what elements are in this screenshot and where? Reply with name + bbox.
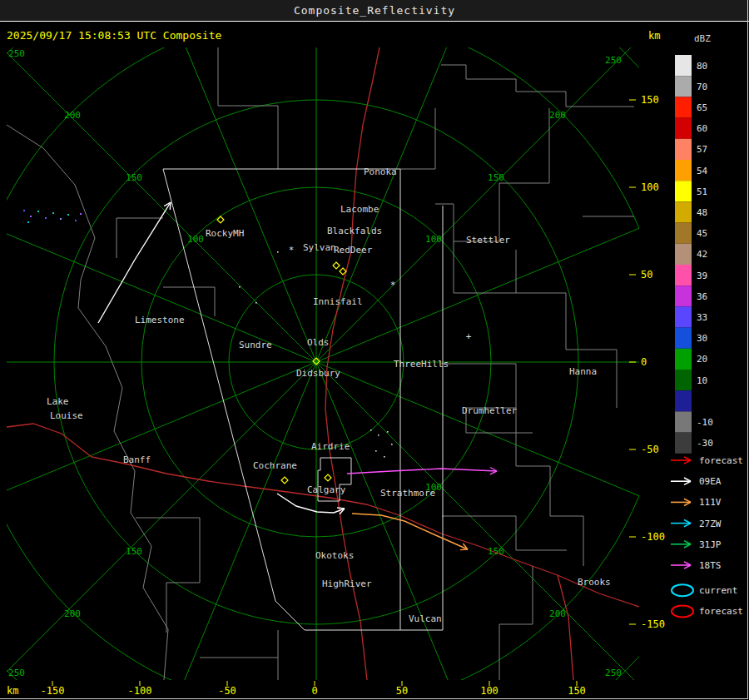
city-label: Cochrane (253, 460, 297, 471)
range-label: 100 (425, 234, 442, 245)
dbz-value-label: 65 (697, 102, 707, 113)
dbz-swatch (675, 328, 692, 349)
dbz-value-label: 57 (697, 144, 707, 155)
legend-track-label: 31JP (699, 539, 722, 550)
legend-track-label: 18TS (699, 560, 722, 571)
dbz-swatch (675, 76, 692, 97)
dbz-value-label: 20 (697, 354, 707, 365)
lightning-speck (30, 216, 32, 217)
range-label: 150 (126, 546, 142, 557)
dbz-swatch (675, 370, 692, 390)
city-label: Okotoks (315, 550, 354, 561)
dbz-value-label: 51 (697, 186, 707, 197)
city-label: Sylvan (303, 242, 336, 253)
canvas-background (0, 0, 749, 700)
dbz-swatch (675, 306, 692, 327)
range-label: 250 (605, 55, 622, 66)
map-dot (375, 450, 377, 452)
title-bar: Composite_Reflectivity (0, 0, 749, 22)
dbz-swatch (675, 160, 692, 181)
dbz-value-label: 60 (697, 123, 707, 134)
dbz-swatch (675, 433, 692, 454)
dbz-value-label: 54 (697, 166, 708, 176)
range-label: 100 (187, 234, 204, 245)
city-label: Ponoka (364, 166, 397, 177)
dbz-swatch (675, 201, 692, 222)
bottom-axis-unit: km (7, 685, 18, 697)
city-label: Banff (123, 454, 151, 465)
dbz-value-label: -30 (697, 438, 713, 449)
range-label: 200 (549, 608, 566, 619)
lightning-speck (45, 217, 47, 219)
range-label: 200 (549, 110, 566, 121)
point-symbol: * (289, 245, 295, 256)
dbz-value-label: -10 (697, 417, 713, 428)
dbz-value-label: 30 (697, 333, 707, 344)
dbz-value-label: 42 (697, 249, 707, 260)
range-label: 150 (488, 546, 504, 557)
radar-display[interactable]: **+ 100150200250100150200250150200250100… (0, 0, 749, 700)
city-label: Innisfail (313, 296, 363, 307)
lightning-speck (80, 213, 82, 215)
city-label: Strathmore (380, 488, 435, 499)
window-title: Composite_Reflectivity (294, 4, 455, 17)
timestamp: 2025/09/17 15:08:53 UTC Composite (7, 29, 221, 42)
legend-track-label: 111V (699, 497, 722, 508)
right-axis-label: 150 (641, 94, 659, 106)
point-symbol: + (466, 331, 472, 342)
bottom-axis-label: 100 (480, 685, 499, 697)
city-label: Vulcan (409, 613, 442, 624)
map-dot (277, 251, 279, 253)
city-label: Blackfalds (327, 226, 382, 236)
point-symbol: * (390, 280, 396, 290)
city-label: Lake (47, 396, 69, 407)
dbz-swatch (675, 181, 692, 201)
lightning-speck (23, 210, 25, 211)
bottom-axis-label: -50 (218, 685, 236, 697)
dbz-swatch (675, 390, 692, 411)
map-dot (387, 431, 389, 433)
range-label: 150 (126, 172, 142, 183)
dbz-value-label: 33 (697, 312, 707, 323)
bottom-axis-label: -150 (41, 685, 65, 697)
city-label: Didsbury (296, 368, 340, 379)
map-dot (370, 429, 372, 431)
range-label: 250 (8, 48, 25, 59)
map-dot (255, 302, 257, 304)
range-label: 150 (488, 172, 504, 183)
map-dot (384, 456, 385, 458)
dbz-swatch (675, 223, 692, 244)
storm-track-arrow (460, 549, 468, 550)
dbz-value-label: 36 (697, 291, 707, 302)
dbz-swatch (675, 349, 692, 370)
right-axis-label: 50 (641, 269, 652, 280)
dbz-value-label: 10 (697, 375, 707, 386)
dbz-value-label: 45 (697, 228, 707, 239)
city-label: Drumheller (462, 405, 518, 416)
dbz-swatch (675, 411, 692, 432)
storm-track-arrow (170, 202, 171, 210)
right-axis-label: -100 (641, 531, 665, 543)
bottom-axis-label: 50 (396, 685, 408, 697)
city-label: Calgary (307, 484, 346, 495)
lightning-speck (52, 212, 54, 214)
right-axis-label: -150 (641, 618, 665, 630)
legend-track-label: current (699, 585, 737, 596)
lightning-speck (67, 214, 69, 216)
city-label: HighRiver (322, 578, 372, 589)
dbz-swatch (675, 265, 692, 285)
bottom-axis-label: -100 (128, 685, 152, 697)
city-label: Lacombe (340, 204, 379, 215)
city-label: ThreeHills (394, 359, 449, 370)
dbz-swatch (675, 118, 692, 139)
legend-track-label: forecast (699, 606, 743, 617)
map-dot (239, 286, 241, 288)
dbz-value-label: 70 (697, 82, 707, 92)
dbz-swatch (675, 97, 692, 117)
legend-track-label: 27ZW (699, 519, 722, 529)
city-label: Limestone (135, 315, 185, 325)
lightning-speck (60, 218, 62, 220)
city-label: Stettler (466, 235, 510, 246)
dbz-scale-title: dBZ (694, 33, 711, 44)
range-label: 250 (8, 668, 25, 678)
